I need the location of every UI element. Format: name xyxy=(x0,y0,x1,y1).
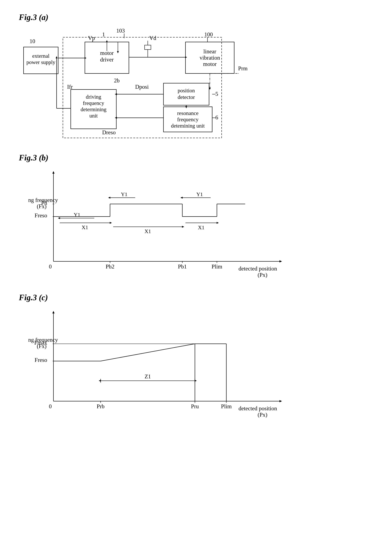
svg-text:frequency: frequency xyxy=(177,116,198,122)
ifr-label: Ifr xyxy=(67,84,73,90)
box-external-power: external xyxy=(32,53,49,59)
svg-text:motor: motor xyxy=(203,61,217,67)
svg-rect-26 xyxy=(145,45,151,50)
box-driving-freq: driving xyxy=(86,94,101,100)
svg-text:(Px): (Px) xyxy=(258,412,267,418)
svg-text:(Px): (Px) xyxy=(258,272,267,278)
x-label-detected-pos: detected position xyxy=(238,265,277,272)
fig3c-label: Fig.3 (c) xyxy=(19,293,373,302)
fig3b-label: Fig.3 (b) xyxy=(19,153,373,162)
x-label-detected-pos-c: detected position xyxy=(238,405,277,412)
vd-label: Vd xyxy=(149,35,156,41)
svg-text:vibration: vibration xyxy=(200,55,220,61)
y1-label-3: Y1 xyxy=(74,212,80,218)
freso-c-label: Freso xyxy=(35,357,47,363)
svg-text:detector: detector xyxy=(178,94,195,100)
ref-103: 103 xyxy=(116,28,125,34)
freso-label: Freso xyxy=(35,212,47,219)
ref-1: 1 xyxy=(102,31,105,38)
y1-label-1: Y1 xyxy=(121,191,127,197)
svg-marker-48 xyxy=(280,260,282,263)
figure-3a: Fig.3 (a) 10 1 103 100 external power su… xyxy=(19,13,373,140)
box-position-detector: position xyxy=(178,88,195,93)
figure-3b: Fig.3 (b) driving frequency (Fx) detecte… xyxy=(19,153,373,280)
x1-label-1: X1 xyxy=(82,224,88,230)
ref-10: 10 xyxy=(29,38,35,44)
svg-marker-64 xyxy=(108,197,110,199)
pru-label: Pru xyxy=(191,403,199,409)
box-linear-vibration: linear xyxy=(203,48,216,55)
fig3a-diagram: 10 1 103 100 external power supply motor… xyxy=(19,27,325,140)
svg-text:frequency: frequency xyxy=(83,100,104,106)
prm-label: Prm xyxy=(238,65,248,71)
svg-marker-66 xyxy=(181,197,183,199)
svg-marker-76 xyxy=(52,311,55,314)
svg-marker-72 xyxy=(182,226,184,228)
ref-2b: 2b xyxy=(114,77,120,84)
fig3c-diagram: driving frequency (Fx) detected position… xyxy=(28,307,295,420)
svg-marker-70 xyxy=(58,217,60,219)
svg-marker-46 xyxy=(52,171,55,174)
plim-label: Plim xyxy=(211,264,222,270)
svg-line-87 xyxy=(101,344,195,361)
fh-label: Fh xyxy=(41,200,47,206)
plim-c-label: Plim xyxy=(221,403,232,409)
svg-marker-68 xyxy=(110,222,112,224)
svg-text:power supply: power supply xyxy=(26,59,55,65)
x1-label-2: X1 xyxy=(144,228,151,234)
vp-label: Vp xyxy=(88,35,95,41)
ref-100: 100 xyxy=(204,31,213,38)
pb1-label: Pb1 xyxy=(178,264,187,270)
dreso-label: Dreso xyxy=(102,129,116,135)
origin-0: 0 xyxy=(49,264,52,270)
dposi-label: Dposi xyxy=(135,84,149,90)
pb2-label: Pb2 xyxy=(106,264,114,270)
box-resonance-freq: resonance xyxy=(177,110,198,116)
z1-label: Z1 xyxy=(145,373,151,380)
y1-label-2: Y1 xyxy=(196,191,203,197)
origin-0-c: 0 xyxy=(49,403,52,409)
svg-marker-78 xyxy=(280,400,282,402)
fig3b-diagram: driving frequency (Fx) detected position… xyxy=(28,167,295,280)
prb-label: Prb xyxy=(97,403,105,409)
svg-text:unit: unit xyxy=(90,113,98,119)
ref-6: 6 xyxy=(215,114,218,121)
figure-3c: Fig.3 (c) driving frequency (Fx) detecte… xyxy=(19,293,373,420)
svg-marker-74 xyxy=(217,222,219,224)
x1-label-3: X1 xyxy=(198,225,204,230)
svg-marker-42 xyxy=(106,40,108,42)
svg-text:determining: determining xyxy=(81,107,106,112)
ref-5: 5 xyxy=(215,91,218,97)
svg-text:detemining unit: detemining unit xyxy=(171,123,205,129)
fig3a-label: Fig.3 (a) xyxy=(19,13,373,22)
svg-text:driver: driver xyxy=(100,57,114,63)
fmax-label: Fmax xyxy=(34,340,47,346)
